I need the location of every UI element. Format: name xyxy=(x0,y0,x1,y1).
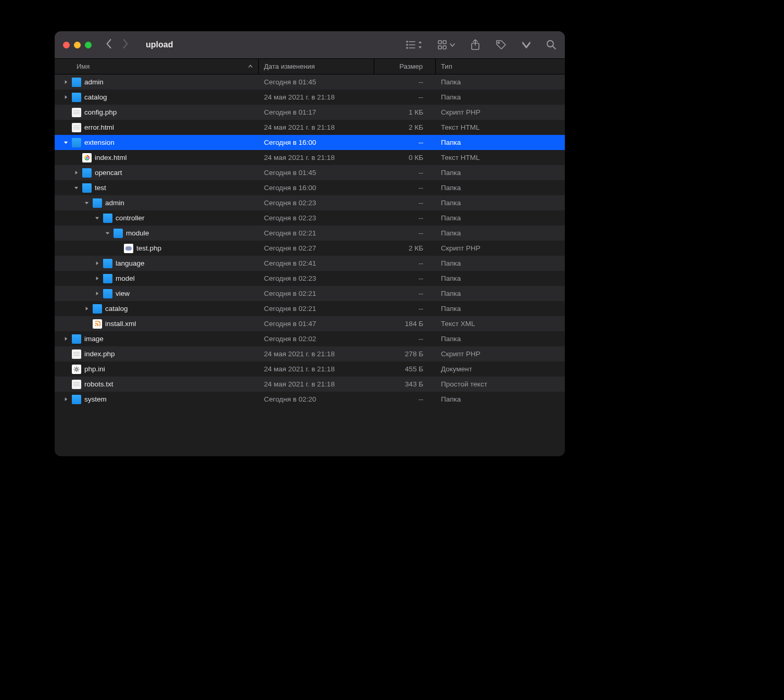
file-row[interactable]: error.html24 мая 2021 г. в 21:182 КБТекс… xyxy=(55,120,565,135)
file-size-cell: 184 Б xyxy=(374,320,436,328)
tags-button[interactable] xyxy=(495,39,507,51)
group-by-button[interactable] xyxy=(438,40,456,50)
column-header-size[interactable]: Размер xyxy=(374,59,436,74)
column-header-modified-label: Дата изменения xyxy=(264,63,315,70)
toolbar xyxy=(406,39,557,51)
file-name-cell: php.ini xyxy=(55,365,259,374)
disclosure-triangle[interactable] xyxy=(63,79,69,85)
file-size-cell: 1 КБ xyxy=(374,108,436,116)
document-icon xyxy=(72,380,81,389)
more-actions-button[interactable] xyxy=(521,41,532,49)
disclosure-triangle[interactable] xyxy=(84,200,90,206)
window-title: upload xyxy=(146,40,173,49)
file-modified-cell: Сегодня в 02:23 xyxy=(259,274,374,282)
file-row[interactable]: config.phpСегодня в 01:171 КБСкрипт PHP xyxy=(55,105,565,120)
disclosure-triangle[interactable] xyxy=(94,215,100,221)
disclosure-triangle[interactable] xyxy=(84,306,90,311)
disclosure-triangle[interactable] xyxy=(73,185,79,191)
folder-icon xyxy=(103,214,112,223)
disclosure-triangle[interactable] xyxy=(63,94,69,100)
file-modified-cell: 24 мая 2021 г. в 21:18 xyxy=(259,350,374,358)
share-button[interactable] xyxy=(470,39,480,51)
file-size-cell: 2 КБ xyxy=(374,123,436,131)
file-row[interactable]: catalogСегодня в 02:21--Папка xyxy=(55,301,565,316)
file-row[interactable]: adminСегодня в 01:45--Папка xyxy=(55,74,565,90)
file-row[interactable]: test.phpСегодня в 02:272 КБСкрипт PHP xyxy=(55,241,565,256)
file-row[interactable]: extensionСегодня в 16:00--Папка xyxy=(55,135,565,150)
file-modified-cell: Сегодня в 02:23 xyxy=(259,199,374,207)
column-header-type[interactable]: Тип xyxy=(436,59,565,74)
zoom-window-button[interactable] xyxy=(85,42,92,48)
file-modified-cell: Сегодня в 16:00 xyxy=(259,139,374,146)
minimize-window-button[interactable] xyxy=(74,42,81,48)
file-row[interactable]: catalog24 мая 2021 г. в 21:18--Папка xyxy=(55,90,565,105)
close-window-button[interactable] xyxy=(63,42,70,48)
nav-forward-button[interactable] xyxy=(122,39,129,51)
svg-line-21 xyxy=(78,370,79,371)
folder-icon xyxy=(72,395,81,404)
file-list[interactable]: adminСегодня в 01:45--Папкаcatalog24 мая… xyxy=(55,74,565,456)
search-button[interactable] xyxy=(546,40,557,50)
disclosure-triangle[interactable] xyxy=(73,170,79,176)
file-modified-cell: 24 мая 2021 г. в 21:18 xyxy=(259,154,374,161)
column-header-size-label: Размер xyxy=(399,63,423,70)
column-header-name[interactable]: Имя xyxy=(55,59,259,74)
file-type-cell: Папка xyxy=(436,169,565,177)
disclosure-triangle[interactable] xyxy=(63,336,69,342)
file-modified-cell: Сегодня в 02:21 xyxy=(259,290,374,297)
file-row[interactable]: moduleСегодня в 02:21--Папка xyxy=(55,226,565,241)
file-size-cell: -- xyxy=(374,199,436,207)
file-type-cell: Папка xyxy=(436,78,565,86)
file-row[interactable]: opencartСегодня в 01:45--Папка xyxy=(55,165,565,180)
folder-icon xyxy=(103,259,112,268)
finder-window: upload xyxy=(55,31,565,456)
disclosure-triangle[interactable] xyxy=(63,396,69,402)
file-type-cell: Папка xyxy=(436,274,565,282)
file-row[interactable]: languageСегодня в 02:41--Папка xyxy=(55,256,565,271)
file-row[interactable]: robots.txt24 мая 2021 г. в 21:18343 БПро… xyxy=(55,377,565,392)
svg-rect-9 xyxy=(443,46,446,49)
svg-line-13 xyxy=(553,46,555,49)
file-name-label: extension xyxy=(84,139,115,146)
file-name-cell: catalog xyxy=(55,93,259,102)
file-row[interactable]: adminСегодня в 02:23--Папка xyxy=(55,195,565,210)
file-modified-cell: Сегодня в 02:23 xyxy=(259,214,374,222)
file-size-cell: 2 КБ xyxy=(374,244,436,252)
disclosure-triangle[interactable] xyxy=(94,260,100,266)
file-modified-cell: 24 мая 2021 г. в 21:18 xyxy=(259,380,374,388)
nav-back-button[interactable] xyxy=(105,39,112,51)
disclosure-triangle[interactable] xyxy=(94,276,100,281)
file-type-cell: Папка xyxy=(436,229,565,237)
file-size-cell: -- xyxy=(374,335,436,343)
disclosure-triangle[interactable] xyxy=(94,291,100,296)
file-row[interactable]: php.ini24 мая 2021 г. в 21:18455 БДокуме… xyxy=(55,361,565,377)
file-row[interactable]: imageСегодня в 02:02--Папка xyxy=(55,331,565,346)
view-list-button[interactable] xyxy=(406,40,423,50)
svg-line-23 xyxy=(74,370,75,371)
file-row[interactable]: systemСегодня в 02:20--Папка xyxy=(55,392,565,407)
file-size-cell: -- xyxy=(374,259,436,267)
file-row[interactable]: controllerСегодня в 02:23--Папка xyxy=(55,210,565,226)
svg-rect-8 xyxy=(438,46,441,49)
file-row[interactable]: index.php24 мая 2021 г. в 21:18278 БСкри… xyxy=(55,346,565,361)
file-type-cell: Папка xyxy=(436,139,565,146)
folder-icon xyxy=(72,78,81,87)
file-row[interactable]: install.xmlСегодня в 01:47184 БТекст XML xyxy=(55,316,565,331)
document-icon xyxy=(72,108,81,117)
file-row[interactable]: modelСегодня в 02:23--Папка xyxy=(55,271,565,286)
settings-file-icon xyxy=(72,365,81,374)
svg-point-12 xyxy=(547,41,553,47)
file-row[interactable]: viewСегодня в 02:21--Папка xyxy=(55,286,565,301)
column-header-modified[interactable]: Дата изменения xyxy=(259,59,374,74)
file-name-cell: test.php xyxy=(55,244,259,253)
file-name-label: install.xml xyxy=(105,320,136,328)
disclosure-triangle[interactable] xyxy=(63,140,69,145)
sort-indicator-icon xyxy=(248,64,253,70)
folder-icon xyxy=(103,274,112,283)
file-row[interactable]: index.html24 мая 2021 г. в 21:180 КБТекс… xyxy=(55,150,565,165)
file-row[interactable]: testСегодня в 16:00--Папка xyxy=(55,180,565,195)
svg-point-0 xyxy=(407,41,408,42)
svg-point-11 xyxy=(498,42,500,44)
file-size-cell: -- xyxy=(374,214,436,222)
disclosure-triangle[interactable] xyxy=(105,230,110,236)
